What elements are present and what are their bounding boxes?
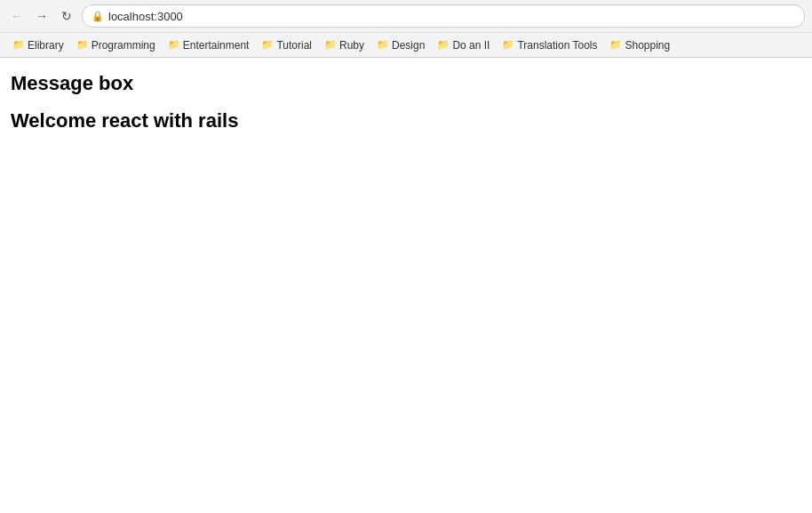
bookmark-elibrary[interactable]: 📁Elibrary [7, 37, 69, 53]
bookmark-tutorial[interactable]: 📁Tutorial [256, 37, 317, 53]
bookmark-programming[interactable]: 📁Programming [71, 37, 161, 53]
forward-button[interactable]: → [32, 6, 52, 26]
folder-icon: 📁 [609, 39, 622, 51]
folder-icon: 📁 [437, 39, 450, 51]
bookmark-label: Translation Tools [517, 39, 597, 52]
folder-icon: 📁 [324, 39, 337, 51]
bookmark-label: Entertainment [183, 39, 250, 52]
bookmark-label: Programming [92, 39, 155, 52]
back-button[interactable]: ← [7, 6, 27, 26]
folder-icon: 📁 [502, 39, 514, 51]
folder-icon: 📁 [12, 39, 25, 51]
browser-toolbar: ← → ↻ 🔒 localhost:3000 [0, 0, 812, 32]
folder-icon: 📁 [76, 39, 89, 51]
lock-icon: 🔒 [92, 11, 104, 22]
bookmark-label: Tutorial [276, 39, 312, 52]
bookmark-shopping[interactable]: 📁Shopping [604, 37, 675, 53]
page-title: Message box [11, 72, 801, 95]
browser-chrome: ← → ↻ 🔒 localhost:3000 📁Elibrary📁Program… [0, 0, 812, 58]
bookmark-label: Shopping [625, 39, 670, 52]
page-content: Message box Welcome react with rails [0, 58, 812, 147]
bookmark-design[interactable]: 📁Design [371, 37, 430, 53]
folder-icon: 📁 [261, 39, 274, 51]
bookmark-label: Design [392, 39, 425, 52]
folder-icon: 📁 [377, 39, 389, 51]
page-subtitle: Welcome react with rails [11, 109, 801, 132]
folder-icon: 📁 [168, 39, 180, 51]
bookmarks-bar: 📁Elibrary📁Programming📁Entertainment📁Tuto… [0, 32, 812, 57]
bookmark-translation-tools[interactable]: 📁Translation Tools [497, 37, 602, 53]
bookmark-entertainment[interactable]: 📁Entertainment [163, 37, 255, 53]
bookmark-label: Elibrary [28, 39, 64, 52]
bookmark-do-an-ii[interactable]: 📁Do an II [432, 37, 495, 53]
url-text: localhost:3000 [108, 10, 183, 23]
bookmark-label: Do an II [452, 39, 490, 52]
bookmark-ruby[interactable]: 📁Ruby [319, 37, 370, 53]
address-bar[interactable]: 🔒 localhost:3000 [82, 4, 805, 28]
reload-button[interactable]: ↻ [57, 6, 76, 26]
bookmark-label: Ruby [339, 39, 364, 52]
